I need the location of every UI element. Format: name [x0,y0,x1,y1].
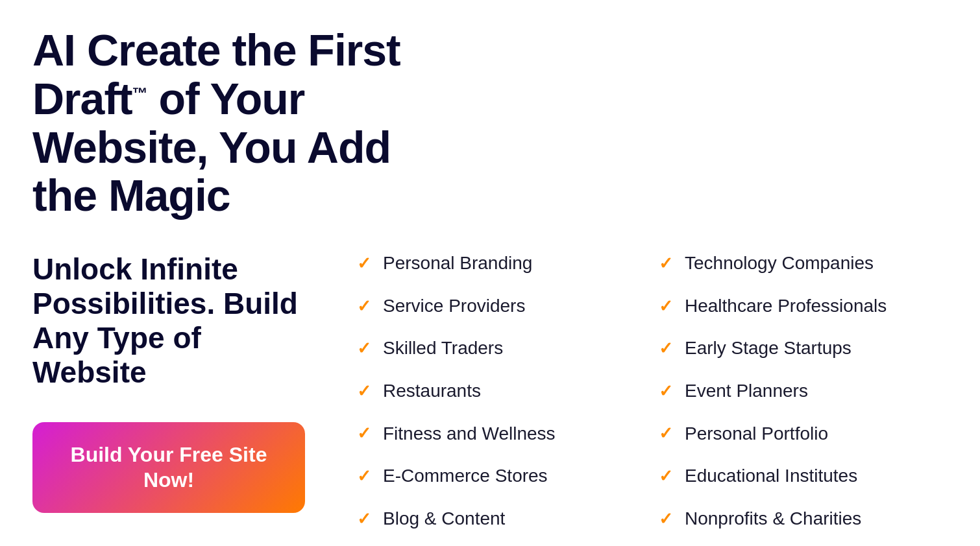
page-title: AI Create the First Draft™ of Your Websi… [32,26,409,220]
list-item-text: Educational Institutes [685,465,857,487]
check-icon: ✓ [357,383,371,399]
check-icon: ✓ [357,468,371,484]
list-item: ✓ Technology Companies [659,252,935,274]
list-item: ✓ E-Commerce Stores [357,465,633,487]
check-icon: ✓ [659,340,673,357]
list-item: ✓ Early Stage Startups [659,337,935,359]
list-item-text: Skilled Traders [383,337,503,359]
list-item: ✓ Fitness and Wellness [357,423,633,445]
cta-button[interactable]: Build Your Free Site Now! [32,422,305,513]
list-column-left: ✓ Personal Branding ✓ Service Providers … [344,252,646,546]
list-item: ✓ Event Planners [659,380,935,402]
list-item: ✓ Personal Portfolio [659,423,935,445]
check-icon: ✓ [659,425,673,442]
list-item-text: Event Planners [685,380,808,402]
check-icon: ✓ [659,468,673,484]
left-section: Unlock Infinite Possibilities. Build Any… [32,252,344,513]
check-icon: ✓ [357,510,371,527]
list-item-text: Healthcare Professionals [685,295,887,317]
content-area: Unlock Infinite Possibilities. Build Any… [32,252,948,546]
check-icon: ✓ [659,510,673,527]
lists-section: ✓ Personal Branding ✓ Service Providers … [344,252,948,546]
list-item-text: Technology Companies [685,252,874,274]
subtitle: Unlock Infinite Possibilities. Build Any… [32,252,318,390]
check-icon: ✓ [659,383,673,399]
list-item-text: Fitness and Wellness [383,423,556,445]
trademark-symbol: ™ [132,84,147,102]
list-column-right: ✓ Technology Companies ✓ Healthcare Prof… [646,252,948,546]
check-icon: ✓ [357,425,371,442]
check-icon: ✓ [357,255,371,272]
check-icon: ✓ [659,298,673,315]
list-item-text: Personal Portfolio [685,423,828,445]
list-item: ✓ Educational Institutes [659,465,935,487]
list-item: ✓ Blog & Content [357,508,633,530]
list-item: ✓ Nonprofits & Charities [659,508,935,530]
list-item-text: Personal Branding [383,252,532,274]
list-item-text: E-Commerce Stores [383,465,548,487]
list-item-text: Blog & Content [383,508,505,530]
list-item-text: Restaurants [383,380,481,402]
list-item: ✓ Skilled Traders [357,337,633,359]
check-icon: ✓ [659,255,673,272]
check-icon: ✓ [357,340,371,357]
list-item: ✓ Personal Branding [357,252,633,274]
check-icon: ✓ [357,298,371,315]
list-item: ✓ Service Providers [357,295,633,317]
list-item: ✓ Healthcare Professionals [659,295,935,317]
list-item-text: Nonprofits & Charities [685,508,861,530]
list-item-text: Early Stage Startups [685,337,851,359]
list-item-text: Service Providers [383,295,525,317]
list-item: ✓ Restaurants [357,380,633,402]
